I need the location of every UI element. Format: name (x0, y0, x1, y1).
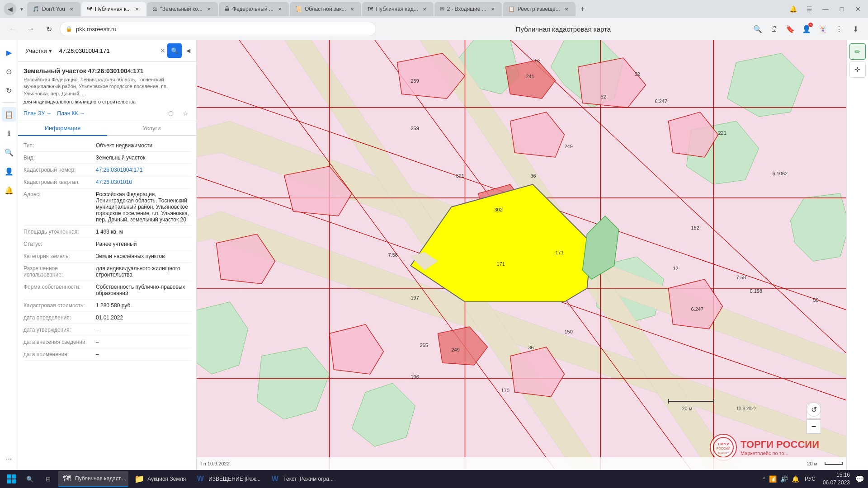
taskbar-chevron[interactable]: ^ (763, 476, 765, 482)
sidebar-search-icon[interactable]: 🔍 (2, 145, 16, 160)
tab-federal[interactable]: 🏛 Федеральный ... ✕ (219, 2, 289, 16)
row-permitted-use: Разрешенное использование: для индивидуа… (24, 263, 191, 281)
bookmark-btn[interactable]: 🔖 (783, 22, 797, 36)
tab-pkk2[interactable]: 🗺 Публичная кад... ✕ (362, 2, 433, 16)
taskbar-app-auction[interactable]: 📁 Аукцион Земля (130, 471, 189, 487)
svg-text:20 м: 20 м (682, 406, 693, 411)
tab-close-4[interactable]: ✕ (276, 5, 283, 13)
plan-zu-link[interactable]: План ЗУ → (24, 110, 52, 117)
tab-dont-you[interactable]: 🎵 Don't You ✕ (27, 2, 80, 16)
menu-btn[interactable]: ☰ (803, 3, 816, 15)
tab-favicon-2: 🗺 (87, 6, 92, 12)
parcel-actions: ⬡ ☆ (165, 108, 191, 119)
tab-title-8: Реестр извеще... (518, 6, 560, 12)
kind-value: Земельный участок (96, 155, 191, 161)
svg-text:196: 196 (411, 374, 419, 380)
sidebar-more-icon[interactable]: ··· (2, 452, 16, 466)
search-type-dropdown[interactable]: Участки ▾ (22, 45, 56, 57)
taskbar-notification-btn[interactable]: 💬 (855, 475, 864, 483)
cadastral-number-value[interactable]: 47:26:0301004:171 (96, 167, 191, 173)
search-input[interactable] (57, 46, 158, 56)
favorite-parcel-btn[interactable]: ☆ (180, 108, 191, 119)
tab-dropdown-btn[interactable]: ▼ (17, 3, 26, 15)
notifications-btn[interactable]: 🔔 (787, 3, 799, 15)
tab-close-6[interactable]: ✕ (421, 5, 428, 13)
sidebar-person-icon[interactable]: 👤 (2, 164, 16, 178)
search-clear-btn[interactable]: ✕ (160, 47, 165, 54)
rt-edit-btn[interactable]: ✏ (849, 43, 866, 60)
back-tab-btn[interactable]: ◀ (4, 3, 16, 15)
close-btn[interactable]: ✕ (852, 3, 864, 15)
plan-kk-link[interactable]: План КК → (57, 110, 85, 117)
rt-compass-btn[interactable]: ✛ (849, 61, 866, 78)
maximize-btn[interactable]: □ (835, 3, 848, 15)
taskbar-app-word2[interactable]: W Текст [Режим огра... (266, 471, 337, 487)
taskbar-app-pkk[interactable]: 🗺 Публичная кадаст... (58, 471, 128, 487)
sidebar-info-icon[interactable]: ℹ (2, 126, 16, 141)
panel-collapse-btn[interactable]: ◀ (184, 46, 193, 55)
print-btn[interactable]: 🖨 (767, 22, 781, 36)
lock-icon: 🔒 (66, 26, 72, 32)
tab-title-2: Публичная к... (95, 6, 131, 12)
taskbar-app-word1[interactable]: W ИЗВЕЩЕНИЕ [Реж... (191, 471, 264, 487)
parcel-tabs: Информация Услуги (18, 121, 196, 136)
tab-reestr[interactable]: 📋 Реестр извеще... ✕ (503, 2, 576, 16)
tab-bar: ◀ ▼ 🎵 Don't You ✕ 🗺 Публичная к... ✕ ⚖ "… (0, 0, 868, 18)
refresh-btn[interactable]: ↻ (42, 22, 56, 36)
tab-info[interactable]: Информация (18, 121, 107, 136)
auction-app-label: Аукцион Земля (147, 476, 186, 482)
download-indicator[interactable]: ⬇ (848, 22, 863, 36)
taskbar-volume-icon[interactable]: 🔊 (780, 475, 788, 483)
sidebar-back-icon[interactable]: ▶ (2, 45, 16, 60)
share-parcel-btn[interactable]: ⬡ (165, 108, 176, 119)
taskbar-battery-icon[interactable]: 🔔 (792, 475, 799, 483)
tab-services[interactable]: Услуги (107, 121, 196, 135)
svg-text:171: 171 (497, 261, 505, 267)
taskbar: 🔍 ⊞ 🗺 Публичная кадаст... 📁 Аукцион Земл… (0, 470, 868, 488)
svg-text:6.247: 6.247 (655, 99, 668, 104)
start-button[interactable] (4, 471, 20, 487)
sidebar-layers-icon[interactable]: 📋 (2, 107, 16, 122)
taskbar-network-icon[interactable]: 📶 (769, 475, 777, 483)
tab-close-1[interactable]: ✕ (68, 5, 75, 13)
tab-zemkod[interactable]: ⚖ "Земельный ко... ✕ (147, 2, 217, 16)
back-btn[interactable]: ← (5, 22, 20, 36)
new-tab-button[interactable]: + (576, 3, 589, 15)
parcel-title: Земельный участок 47:26:0301004:171 (24, 67, 191, 75)
sidebar-home-icon[interactable]: ⊙ (2, 64, 16, 79)
svg-text:265: 265 (420, 343, 428, 348)
collections-btn[interactable]: 🃏 (816, 22, 830, 36)
address-value: Российская Федерация, Ленинградская обла… (96, 191, 191, 223)
sidebar-notification-icon[interactable]: 🔔 (2, 183, 16, 197)
area-value: 1 493 кв. м (96, 229, 191, 235)
address-bar[interactable]: 🔒 pkk.rosreestr.ru (60, 22, 376, 36)
map-area[interactable]: 259 52 241 52 52 6.247 259 249 221 6.106… (197, 40, 846, 470)
tab-pkk[interactable]: 🗺 Публичная к... ✕ (81, 2, 146, 16)
tab-close-7[interactable]: ✕ (489, 5, 496, 13)
zoom-out-btn[interactable]: − (807, 419, 821, 434)
taskbar-language[interactable]: РУС (803, 476, 817, 482)
taskbar-search-btn[interactable]: 🔍 (22, 471, 38, 487)
svg-text:170: 170 (501, 388, 509, 393)
sidebar-refresh-icon[interactable]: ↻ (2, 83, 16, 98)
word2-app-icon: W (269, 474, 280, 484)
tab-close-5[interactable]: ✕ (349, 5, 356, 13)
profile-btn[interactable]: 👤 5 (799, 22, 814, 36)
watermark: ТОРГИ РОССИЙ МАРКЕТ ТОРГИ РОССИИ Маркетп… (710, 434, 819, 461)
svg-text:36: 36 (531, 173, 536, 178)
tab-inbox[interactable]: ✉ 2 · Входящие ... ✕ (434, 2, 502, 16)
status-value: Ранее учтенный (96, 241, 191, 247)
cadastral-block-value[interactable]: 47:26:0301010 (96, 179, 191, 185)
forward-btn[interactable]: → (24, 22, 38, 36)
search-btn[interactable]: 🔍 (750, 22, 765, 36)
tab-close-3[interactable]: ✕ (205, 5, 212, 13)
more-btn[interactable]: ⋮ (832, 22, 846, 36)
tab-close-2[interactable]: ✕ (133, 5, 141, 13)
taskview-btn[interactable]: ⊞ (40, 471, 56, 487)
taskbar-time-area[interactable]: 15:16 06.07.2023 (823, 471, 850, 487)
tab-oblastnoy[interactable]: 📜 Областной зак... ✕ (290, 2, 362, 16)
search-submit-btn[interactable]: 🔍 (167, 43, 182, 58)
tab-close-8[interactable]: ✕ (563, 5, 570, 13)
rotate-btn[interactable]: ↺ (807, 402, 821, 417)
minimize-btn[interactable]: — (819, 3, 832, 15)
